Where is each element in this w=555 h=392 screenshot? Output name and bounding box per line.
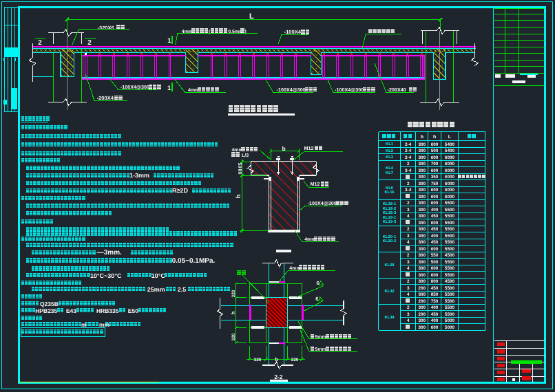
svg-text:300: 300: [419, 253, 426, 258]
svg-text:KL28: KL28: [384, 263, 395, 268]
svg-text:-100X4@300: -100X4@300: [121, 84, 149, 90]
svg-text:450: 450: [431, 214, 439, 219]
svg-text:200: 200: [419, 299, 426, 304]
svg-text:5500: 5500: [445, 292, 455, 297]
svg-text:350: 350: [431, 175, 439, 179]
svg-text:300: 300: [419, 188, 426, 193]
svg-text:6000: 6000: [445, 195, 455, 199]
svg-text:5500: 5500: [445, 305, 455, 310]
svg-text:5500: 5500: [445, 208, 455, 213]
svg-text:1: 1: [167, 37, 171, 45]
svg-text:6000: 6000: [445, 168, 455, 173]
svg-text:450: 450: [431, 240, 439, 245]
svg-text:400: 400: [431, 305, 439, 310]
svg-text:750: 750: [431, 182, 439, 186]
svg-text:-100X4@300: -100X4@300: [335, 87, 364, 93]
svg-text:320: 320: [291, 358, 299, 362]
svg-text:1: 1: [167, 85, 171, 92]
svg-text:6000: 6000: [445, 175, 455, 179]
svg-text:300: 300: [419, 155, 426, 160]
svg-text:6000: 6000: [445, 162, 455, 166]
svg-text:300: 300: [419, 260, 426, 265]
svg-text:300: 300: [419, 318, 426, 323]
svg-text:300: 300: [419, 266, 426, 271]
svg-text:b: b: [421, 134, 423, 140]
svg-text:-100X4: -100X4: [284, 29, 302, 35]
svg-text:HRB335: HRB335: [96, 307, 119, 314]
svg-text:300: 300: [419, 142, 426, 147]
svg-text:6000: 6000: [445, 155, 455, 160]
svg-text:600: 600: [431, 221, 439, 226]
svg-text:KL4: KL4: [386, 166, 394, 171]
svg-text:600: 600: [431, 325, 439, 330]
svg-text:KL6: KL6: [386, 186, 394, 190]
svg-text:300: 300: [419, 305, 426, 310]
svg-text:5500: 5500: [445, 260, 455, 265]
svg-text:300: 300: [419, 208, 426, 213]
svg-text:600: 600: [431, 188, 439, 193]
svg-text:—3mm.: —3mm.: [97, 249, 122, 257]
svg-text:400: 400: [431, 318, 439, 323]
svg-text:300: 300: [419, 175, 426, 179]
svg-text:320: 320: [231, 290, 236, 297]
svg-text:320: 320: [231, 333, 236, 340]
svg-text:550: 550: [431, 253, 439, 258]
svg-text:KL3: KL3: [386, 155, 394, 160]
svg-text:4: 4: [407, 318, 410, 323]
svg-text:600: 600: [431, 155, 439, 160]
svg-text:750: 750: [431, 299, 439, 304]
svg-text:500: 500: [431, 149, 439, 153]
svg-text:5000: 5000: [445, 325, 455, 330]
svg-text:300: 300: [419, 182, 426, 186]
svg-text:KL1: KL1: [386, 142, 394, 146]
svg-text:5500: 5500: [445, 240, 455, 245]
svg-text:2-4: 2-4: [405, 142, 412, 147]
svg-text:3: 3: [407, 208, 410, 213]
svg-text:5000: 5000: [445, 318, 455, 323]
svg-text:L: L: [249, 12, 254, 21]
svg-text:b: b: [275, 356, 278, 362]
svg-text:450: 450: [431, 286, 439, 291]
svg-text:600: 600: [431, 168, 439, 173]
svg-text:Q235B: Q235B: [40, 301, 59, 307]
svg-text:-200X4: -200X4: [97, 95, 114, 101]
svg-text:m: m: [81, 321, 87, 328]
svg-text:M12: M12: [304, 145, 314, 151]
svg-text:6000: 6000: [445, 182, 455, 186]
svg-text:600: 600: [431, 195, 439, 199]
svg-text:5500: 5500: [445, 247, 455, 252]
svg-text:300: 300: [419, 279, 426, 284]
svg-text:R≥2D: R≥2D: [172, 187, 188, 194]
svg-text:KL16: KL16: [384, 190, 395, 195]
svg-text:600: 600: [431, 273, 439, 278]
svg-text:5500: 5500: [445, 201, 455, 206]
svg-text:h: h: [433, 134, 436, 140]
svg-text:300: 300: [419, 325, 426, 330]
svg-text:2-2: 2-2: [274, 373, 283, 380]
svg-text:5500: 5500: [445, 312, 455, 317]
svg-text:-200X40: -200X40: [388, 87, 406, 93]
svg-text:450: 450: [431, 312, 439, 317]
svg-text:L: L: [448, 135, 452, 140]
svg-text:300: 300: [419, 149, 426, 153]
svg-text:-100X4@300: -100X4@300: [277, 87, 306, 93]
svg-text:2: 2: [407, 305, 410, 310]
svg-text:mm: mm: [99, 321, 110, 328]
svg-text:3: 3: [407, 286, 410, 291]
svg-text:4: 4: [407, 292, 410, 297]
svg-text:6: 6: [316, 280, 319, 286]
svg-text:3: 3: [407, 234, 410, 239]
svg-text:400: 400: [431, 208, 439, 213]
svg-text:300: 300: [419, 195, 426, 199]
svg-text:5500: 5500: [445, 299, 455, 304]
svg-text:3-4: 3-4: [405, 188, 412, 193]
svg-text:300: 300: [419, 292, 426, 297]
svg-text:b: b: [282, 145, 285, 152]
svg-text:KL32: KL32: [384, 289, 394, 294]
svg-text:10°C~30°C: 10°C~30°C: [90, 272, 122, 279]
svg-text:700: 700: [431, 162, 439, 166]
svg-text:KL19-1: KL19-1: [383, 215, 397, 220]
svg-text:25mm: 25mm: [147, 286, 165, 293]
svg-text:0.05~0.1MPa.: 0.05~0.1MPa.: [172, 257, 216, 265]
svg-text:300: 300: [419, 168, 426, 173]
